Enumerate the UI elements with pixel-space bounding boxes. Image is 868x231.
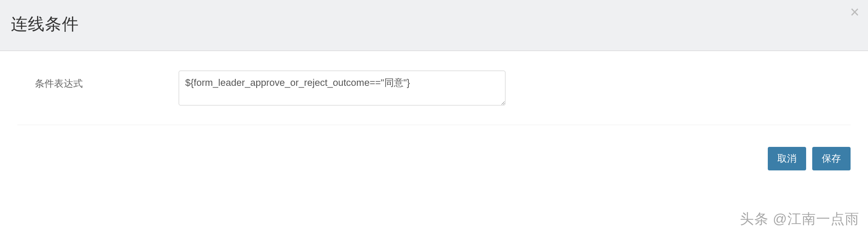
close-icon[interactable]: × — [850, 4, 859, 20]
expression-input-wrap — [179, 71, 505, 107]
form-row-expression: 条件表达式 — [17, 71, 851, 125]
cancel-button[interactable]: 取消 — [768, 147, 806, 170]
expression-textarea[interactable] — [179, 71, 505, 105]
modal-body: 条件表达式 — [0, 51, 868, 138]
modal-header: 连线条件 × — [0, 0, 868, 51]
modal-title: 连线条件 — [11, 13, 857, 35]
watermark-text: 头条 @江南一点雨 — [740, 210, 859, 229]
expression-label: 条件表达式 — [17, 71, 179, 90]
save-button[interactable]: 保存 — [812, 147, 851, 170]
modal-footer: 取消 保存 — [0, 138, 868, 170]
